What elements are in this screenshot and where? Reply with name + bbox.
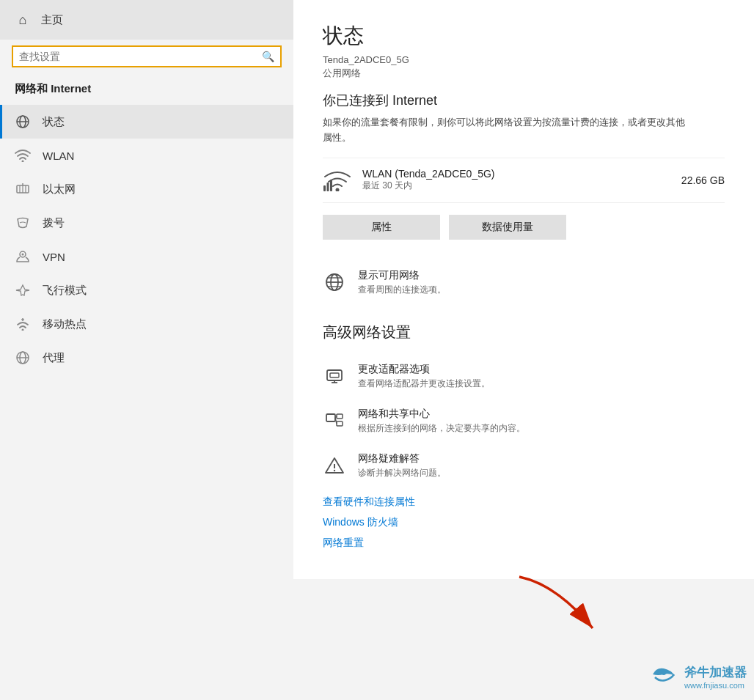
firewall-link[interactable]: Windows 防火墙	[323, 516, 725, 529]
connected-title: 你已连接到 Internet	[323, 92, 725, 109]
airplane-icon	[15, 282, 31, 298]
troubleshoot-desc: 诊断并解决网络问题。	[358, 467, 446, 479]
svg-rect-28	[326, 414, 335, 421]
svg-rect-25	[330, 373, 339, 377]
sidebar: ⌂ 主页 🔍 网络和 Internet 状态	[0, 0, 293, 700]
adapter-title: 更改适配器选项	[358, 363, 490, 376]
watermark: 斧牛加速器 www.fnjiasu.com	[649, 661, 747, 693]
adapter-text: 更改适配器选项 查看网络适配器并更改连接设置。	[358, 363, 490, 390]
svg-rect-30	[337, 421, 343, 426]
wlan-network-item: WLAN (Tenda_2ADCE0_5G) 最近 30 天内 22.66 GB	[323, 158, 725, 203]
svg-point-3	[22, 161, 24, 163]
sharing-center-item[interactable]: 网络和共享中心 根据所连接到的网络，决定要共享的内容。	[323, 399, 725, 443]
troubleshoot-title: 网络疑难解答	[358, 452, 446, 465]
status-icon	[15, 114, 31, 130]
watermark-name: 斧牛加速器	[684, 664, 747, 681]
adapter-options-item[interactable]: 更改适配器选项 查看网络适配器并更改连接设置。	[323, 354, 725, 399]
troubleshoot-item[interactable]: 网络疑难解答 诊断并解决网络问题。	[323, 443, 725, 488]
show-networks-desc: 查看周围的连接选项。	[358, 284, 446, 296]
advanced-section-title: 高级网络设置	[323, 323, 725, 342]
svg-rect-24	[327, 370, 342, 380]
troubleshoot-text: 网络疑难解答 诊断并解决网络问题。	[358, 452, 446, 479]
svg-rect-18	[330, 180, 332, 191]
sidebar-item-proxy[interactable]: 代理	[0, 341, 293, 375]
ethernet-icon	[15, 181, 31, 197]
sharing-icon	[323, 409, 346, 432]
sidebar-item-ethernet[interactable]: 以太网	[0, 172, 293, 206]
sidebar-label-status: 状态	[43, 115, 65, 129]
show-networks-item[interactable]: 显示可用网络 查看周围的连接选项。	[323, 260, 725, 305]
home-icon: ⌂	[15, 12, 31, 28]
button-row: 属性 数据使用量	[323, 215, 725, 240]
watermark-text-block: 斧牛加速器 www.fnjiasu.com	[684, 664, 747, 690]
svg-rect-29	[337, 414, 343, 419]
wlan-info: WLAN (Tenda_2ADCE0_5G) 最近 30 天内	[362, 168, 681, 192]
page-title: 状态	[323, 22, 725, 50]
wlan-item-name: WLAN (Tenda_2ADCE0_5G)	[362, 168, 681, 180]
sidebar-home-label: 主页	[41, 13, 63, 27]
sidebar-label-ethernet: 以太网	[43, 183, 76, 196]
sidebar-item-home[interactable]: ⌂ 主页	[0, 0, 293, 40]
properties-button[interactable]: 属性	[323, 215, 440, 240]
proxy-icon	[15, 350, 31, 366]
sidebar-item-hotspot[interactable]: 移动热点	[0, 307, 293, 341]
search-wrapper: 🔍	[0, 40, 293, 76]
arrow-annotation	[512, 570, 607, 645]
watermark-url: www.fnjiasu.com	[684, 681, 747, 690]
sharing-desc: 根据所连接到的网络，决定要共享的内容。	[358, 422, 525, 435]
svg-point-11	[22, 329, 24, 331]
connected-desc: 如果你的流量套餐有限制，则你可以将此网络设置为按流量计费的连接，或者更改其他属性…	[323, 115, 689, 146]
sidebar-item-vpn[interactable]: VPN	[0, 240, 293, 273]
globe-icon	[323, 270, 346, 294]
sidebar-item-dialup[interactable]: 拨号	[0, 206, 293, 240]
adapter-icon	[323, 364, 346, 388]
sidebar-label-airplane: 飞行模式	[43, 284, 87, 298]
sidebar-label-hotspot: 移动热点	[43, 317, 87, 331]
adapter-desc: 查看网络适配器并更改连接设置。	[358, 377, 490, 390]
sidebar-label-vpn: VPN	[43, 251, 65, 263]
reset-link[interactable]: 网络重置	[323, 537, 725, 550]
svg-rect-17	[327, 183, 329, 191]
sidebar-label-dialup: 拨号	[43, 216, 65, 230]
sharing-text: 网络和共享中心 根据所连接到的网络，决定要共享的内容。	[358, 408, 525, 435]
data-usage-button[interactable]: 数据使用量	[449, 215, 566, 240]
hardware-link[interactable]: 查看硬件和连接属性	[323, 495, 725, 509]
svg-point-10	[22, 254, 24, 256]
show-networks-title: 显示可用网络	[358, 269, 446, 282]
svg-point-15	[336, 188, 340, 191]
search-icon: 🔍	[262, 51, 274, 62]
sidebar-section-title: 网络和 Internet	[0, 76, 293, 105]
show-networks-text: 显示可用网络 查看周围的连接选项。	[358, 269, 446, 296]
watermark-logo-icon	[649, 661, 678, 693]
warning-icon	[323, 454, 346, 477]
search-input[interactable]	[19, 51, 262, 62]
main-wrapper: 状态 Tenda_2ADCE0_5G 公用网络 你已连接到 Internet 如…	[293, 0, 754, 700]
wlan-icon	[15, 147, 31, 163]
sharing-title: 网络和共享中心	[358, 408, 525, 421]
svg-point-36	[662, 671, 666, 675]
sidebar-label-proxy: 代理	[43, 351, 65, 365]
main-content: 状态 Tenda_2ADCE0_5G 公用网络 你已连接到 Internet 如…	[293, 0, 754, 579]
sidebar-item-wlan[interactable]: WLAN	[0, 139, 293, 172]
wlan-item-sub: 最近 30 天内	[362, 180, 681, 192]
wlan-item-data: 22.66 GB	[681, 174, 725, 186]
svg-rect-16	[323, 185, 326, 191]
dialup-icon	[15, 215, 31, 231]
network-name: Tenda_2ADCE0_5G	[323, 54, 725, 65]
sidebar-item-status[interactable]: 状态	[0, 105, 293, 139]
svg-point-34	[334, 469, 335, 471]
sidebar-label-wlan: WLAN	[43, 150, 74, 162]
sidebar-item-airplane[interactable]: 飞行模式	[0, 273, 293, 307]
vpn-icon	[15, 248, 31, 265]
wlan-wifi-icon	[323, 166, 352, 195]
search-box-container: 🔍	[12, 45, 282, 67]
network-type: 公用网络	[323, 67, 725, 80]
hotspot-icon	[15, 316, 31, 332]
